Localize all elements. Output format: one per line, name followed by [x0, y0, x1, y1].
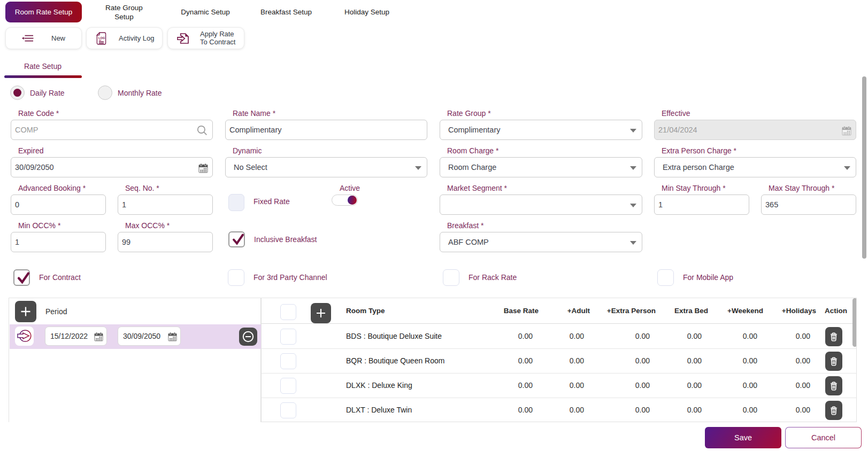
svg-text:LOG: LOG — [98, 36, 105, 39]
